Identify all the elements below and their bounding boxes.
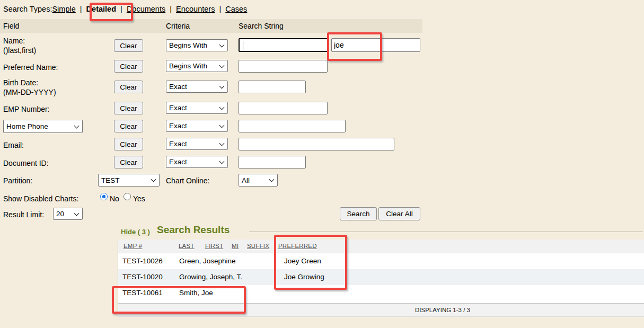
cell-emp: TEST-10026 [122,253,163,269]
tab-detailed[interactable]: Detailed [86,5,116,13]
chevron-down-icon [74,210,80,216]
tab-simple[interactable]: Simple [52,5,75,13]
nav-separator: | [80,5,82,13]
cell-emp: TEST-10020 [122,269,163,285]
clear-email-button[interactable]: Clear [114,138,143,150]
clear-preferred-name-button[interactable]: Clear [114,60,143,73]
chevron-down-icon [219,158,225,164]
search-types-label: Search Types: [3,5,52,13]
document-id-label: Document ID: [3,158,49,168]
search-results-title: Search Results [157,224,230,236]
birth-date-criteria-select[interactable]: Exact [166,81,228,93]
chevron-down-icon [269,177,275,182]
name-criteria-select[interactable]: Begins With [166,39,228,51]
cell-emp: TEST-10061 [122,285,163,301]
show-disabled-charts-label: Show Disabled Charts: [3,194,78,203]
name-label: Name: ()last,first) [3,36,36,55]
phone-input[interactable] [239,120,346,132]
column-preferred[interactable]: PREFERRED [278,240,317,253]
chevron-down-icon [151,177,156,182]
search-button[interactable]: Search [340,207,377,220]
nav-separator: | [219,5,221,13]
result-limit-select[interactable]: 20 [53,208,83,220]
name-search-input[interactable] [239,38,329,52]
document-id-criteria-select[interactable]: Exact [166,156,228,168]
preferred-name-input[interactable] [239,60,328,73]
phone-type-select[interactable]: Home Phone [3,120,83,133]
column-header-criteria: Criteria [166,19,190,33]
cell-name: Green, Josephine [179,253,236,269]
phone-criteria-select[interactable]: Exact [166,120,228,132]
emp-number-input[interactable] [239,102,328,114]
radio-yes-label: Yes [133,194,145,203]
column-header-field: Field [3,19,19,33]
column-suffix[interactable]: SUFFIX [247,240,269,253]
clear-birth-date-button[interactable]: Clear [114,81,143,93]
birth-date-label: Birth Date: (MM-DD-YYYY) [3,78,56,97]
column-emp[interactable]: EMP # [123,240,142,253]
table-row[interactable]: TEST-10026 Green, Josephine Joey Green [118,253,644,269]
column-mi[interactable]: MI [232,240,239,253]
clear-name-button[interactable]: Clear [114,39,143,52]
radio-yes[interactable] [123,193,131,200]
results-legend-line [249,232,643,232]
nav-separator: | [120,5,122,13]
table-row[interactable]: TEST-10020 Growing, Joseph, T. Joe Growi… [118,269,644,285]
preferred-name-criteria-select[interactable]: Begins With [166,60,228,72]
cell-name: Smith, Joe [179,285,213,301]
column-last[interactable]: LAST [179,240,195,253]
partition-select[interactable]: TEST [98,174,160,187]
chevron-down-icon [219,122,225,128]
email-criteria-select[interactable]: Exact [166,138,228,150]
displaying-count: DISPLAYING 1-3 / 3 [415,304,470,317]
partition-label: Partition: [3,176,32,185]
column-first[interactable]: FIRST [205,240,223,253]
cell-preferred: Joey Green [284,253,321,269]
name-search-input-2[interactable] [331,38,420,52]
search-types-bar: Search Types:Simple | Detailed | Documen… [3,5,247,13]
radio-no-label: No [110,194,119,203]
emp-number-label: EMP Number: [3,104,50,114]
tab-encounters[interactable]: Encounters [176,5,215,13]
clear-phone-button[interactable]: Clear [114,120,143,132]
result-limit-label: Result Limit: [3,210,44,219]
chevron-down-icon [74,123,80,128]
tab-cases[interactable]: Cases [225,5,247,13]
emp-number-criteria-select[interactable]: Exact [166,102,228,114]
chevron-down-icon [219,42,225,47]
form-column-header-band: Field Criteria Search String [0,19,422,33]
preferred-name-label: Preferred Name: [3,63,58,72]
tab-documents[interactable]: Documents [127,5,165,13]
chevron-down-icon [219,83,225,88]
clear-document-id-button[interactable]: Clear [114,156,143,169]
chevron-down-icon [219,63,225,68]
clear-all-button[interactable]: Clear All [378,207,420,220]
results-footer: DISPLAYING 1-3 / 3 [118,304,644,317]
results-table-header: EMP # LAST FIRST MI SUFFIX PREFERRED [118,240,644,253]
email-label: Email: [3,140,24,150]
birth-date-input[interactable] [239,81,306,93]
results-table: EMP # LAST FIRST MI SUFFIX PREFERRED TES… [118,240,644,317]
chart-online-select[interactable]: All [239,174,278,187]
email-input[interactable] [239,138,394,150]
clear-emp-number-button[interactable]: Clear [114,102,143,114]
cell-preferred: Joe Growing [284,269,324,285]
cell-name: Growing, Joseph, T. [179,269,242,285]
text-caret [243,41,243,50]
chevron-down-icon [219,140,225,146]
document-id-input[interactable] [239,156,306,169]
chart-online-label: Chart Online: [166,176,209,185]
column-header-search-string: Search String [239,19,284,33]
radio-no[interactable] [100,193,108,200]
nav-separator: | [170,5,172,13]
patient-search-page: { "colors":{"page_bg":"#f4eddd","band_bg… [0,0,644,328]
chevron-down-icon [219,104,225,110]
table-row[interactable]: TEST-10061 Smith, Joe [118,285,644,304]
hide-results-link[interactable]: Hide ( 3 ) [121,228,150,236]
